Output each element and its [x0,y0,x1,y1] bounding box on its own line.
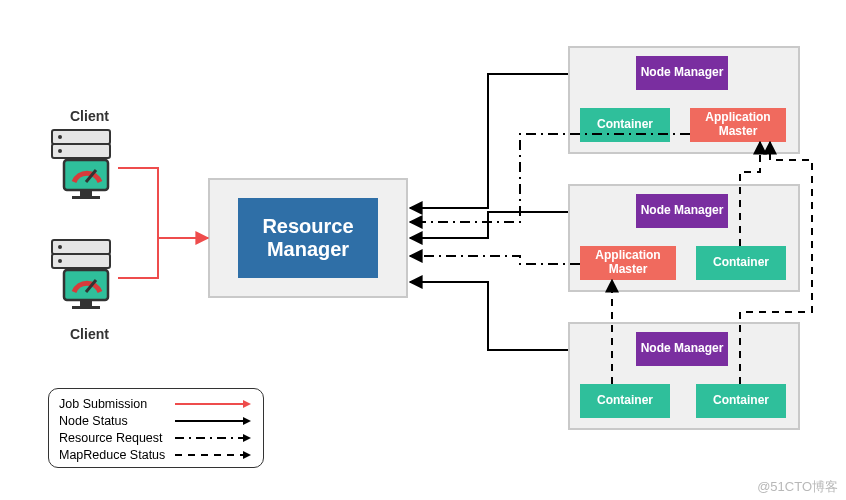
node2-left-box: Application Master [580,246,676,280]
svg-point-3 [58,149,62,153]
node3-left-box: Container [580,384,670,418]
node3-right-box: Container [696,384,786,418]
client-top-label: Client [70,108,109,124]
resource-manager-label: Resource Manager [238,215,378,261]
svg-rect-15 [72,306,100,309]
client-bottom-label: Client [70,326,109,342]
legend-row: Resource Request [59,429,253,446]
node3-right-label: Container [713,394,769,408]
node-manager-3: Node Manager [636,332,728,366]
svg-rect-1 [52,144,110,158]
node-manager-3-label: Node Manager [641,342,724,356]
legend-label-2: Resource Request [59,431,173,445]
node-manager-2-label: Node Manager [641,204,724,218]
legend-label-1: Node Status [59,414,173,428]
svg-rect-7 [72,196,100,199]
svg-point-10 [58,245,62,249]
svg-rect-4 [64,160,108,190]
svg-rect-14 [80,300,92,306]
svg-line-5 [86,170,96,182]
node3-left-label: Container [597,394,653,408]
svg-rect-9 [52,254,110,268]
legend-row: MapReduce Status [59,446,253,463]
svg-rect-8 [52,240,110,254]
resource-manager-panel: Resource Manager [208,178,408,298]
node-manager-1-label: Node Manager [641,66,724,80]
legend: Job Submission Node Status Resource Requ… [48,388,264,468]
node1-right-box: Application Master [690,108,786,142]
node2-right-box: Container [696,246,786,280]
legend-sample-0 [173,398,253,410]
node1-left-box: Container [580,108,670,142]
node1-right-label: Application Master [690,111,786,139]
node2-right-label: Container [713,256,769,270]
legend-sample-2 [173,432,253,444]
legend-sample-1 [173,415,253,427]
legend-row: Node Status [59,412,253,429]
watermark: @51CTO博客 [757,478,838,496]
svg-point-2 [58,135,62,139]
svg-point-11 [58,259,62,263]
node-manager-2: Node Manager [636,194,728,228]
svg-line-13 [86,280,96,292]
node1-left-label: Container [597,118,653,132]
svg-rect-6 [80,190,92,196]
svg-rect-12 [64,270,108,300]
resource-manager: Resource Manager [238,198,378,278]
legend-label-3: MapReduce Status [59,448,173,462]
node-manager-1: Node Manager [636,56,728,90]
legend-label-0: Job Submission [59,397,173,411]
legend-sample-3 [173,449,253,461]
legend-row: Job Submission [59,395,253,412]
node2-left-label: Application Master [580,249,676,277]
svg-rect-0 [52,130,110,144]
